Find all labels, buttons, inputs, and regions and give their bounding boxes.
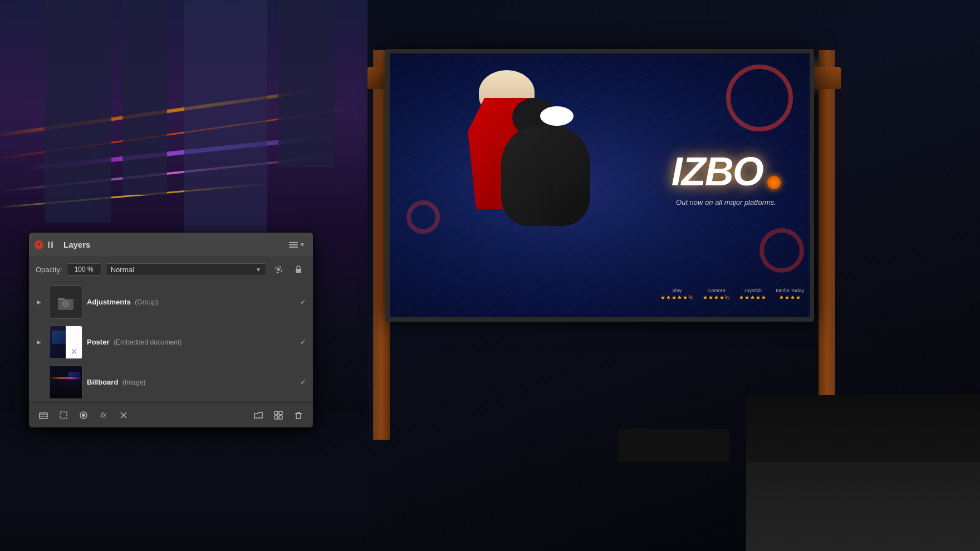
building-1 [45,0,111,223]
panel-menu-button[interactable]: ▼ [287,239,307,250]
panel-toolbar: fx [29,402,313,427]
game-characters [390,53,663,317]
new-layer-icon [38,410,48,420]
animal-character [490,98,601,254]
layer-thumb-adjustments [49,286,82,319]
selection-rect-icon [58,410,68,420]
panel-title: Layers [63,240,287,249]
layer-visibility-billboard[interactable]: ✓ [297,377,308,388]
svg-rect-9 [60,412,67,419]
svg-rect-6 [40,413,47,419]
layer-row-billboard[interactable]: ▶ Billboard (Image) ✓ [29,362,313,402]
panel-pause-button[interactable] [48,241,57,249]
street-ground [0,412,390,551]
game-tagline: Out now on all major platforms. [676,198,776,206]
grid-button[interactable] [270,406,287,424]
svg-point-11 [82,414,85,417]
panel-titlebar: × Layers ▼ [29,233,313,257]
menu-line-1 [289,242,298,243]
rating-media: Media Today ★★★★ [776,288,804,301]
panel-close-button[interactable]: × [35,240,43,249]
layer-name-bold-billboard: Billboard [87,378,118,386]
folder-button[interactable] [249,406,267,424]
layer-name-bold-poster: Poster [87,338,109,346]
menu-line-2 [289,244,298,245]
game-logo: IZBO [672,151,781,191]
animal-mask [540,106,574,126]
pavement [746,462,980,551]
selection-rect-button[interactable] [55,406,72,424]
layer-name-adjustments: Adjustments (Group) [87,298,293,306]
trash-button[interactable] [290,406,307,424]
thumb-street-scene [50,366,82,399]
billboard-stand [618,429,729,462]
game-logo-area: IZBO Out now on all major platforms. [654,81,798,276]
layer-row-adjustments[interactable]: ▶ Adjustments (Group) ✓ [29,282,313,322]
billboard-content: IZBO Out now on all major platforms. pla… [390,53,810,317]
layer-visibility-poster[interactable]: ✓ [297,337,308,348]
grid-icon [273,410,283,420]
game-title: IZBO [672,149,763,194]
folder-icon [253,410,263,420]
new-layer-button[interactable] [35,406,52,424]
svg-rect-14 [275,411,278,415]
gear-icon [274,265,283,274]
pause-bar-2 [51,242,53,248]
rating-play: play ★★★★★½ [660,288,693,301]
fx-icon: fx [101,411,106,419]
layer-name-billboard: Billboard (Image) [87,378,293,386]
svg-rect-1 [296,269,301,273]
paint-bucket-button[interactable] [75,406,92,424]
delete-layer-icon [119,410,129,420]
svg-rect-18 [296,414,301,419]
lock-icon [295,265,302,273]
svg-point-5 [65,303,67,305]
billboard-area: IZBO Out now on all major platforms. pla… [367,0,980,551]
rating-gamora: Gamora ★★★★½ [703,288,730,301]
svg-point-0 [277,268,280,271]
ratings-row: play ★★★★★½ Gamora ★★★★½ Joystick ★★★★★ … [660,288,804,301]
fx-button[interactable]: fx [95,406,112,424]
layer-thumb-poster: ✕ [49,326,82,359]
menu-line-3 [289,247,298,248]
shelter-post-right [819,50,835,440]
svg-rect-3 [58,298,65,300]
layers-panel: × Layers ▼ Opacity: 100 % Normal ▼ [29,233,313,427]
building-2 [122,0,167,195]
layer-name-bold-adjustments: Adjustments [87,298,131,306]
layer-name-poster: Poster (Embedded document) [87,338,293,346]
dropdown-arrow: ▼ [256,267,261,273]
paint-bucket-icon [79,410,89,420]
pause-bar-1 [48,242,50,248]
menu-lines [289,242,298,248]
building-4 [278,0,334,167]
delete-layer-button[interactable] [115,406,133,424]
svg-rect-17 [279,416,282,419]
layer-lock-button[interactable] [291,262,306,277]
svg-rect-15 [279,411,282,415]
layer-type-poster: (Embedded document) [114,338,182,346]
billboard-frame: IZBO Out now on all major platforms. pla… [385,49,814,322]
layer-list: ▶ Adjustments (Group) ✓ ▶ [29,282,313,402]
layer-thumb-billboard [49,366,82,399]
game-logo-circle [767,176,781,189]
menu-arrow: ▼ [300,242,305,248]
expand-arrow-poster[interactable]: ▶ [33,337,45,348]
layer-type-billboard: (Image) [122,378,145,386]
layer-row-poster[interactable]: ▶ ✕ Poster (Embedded document) ✓ [29,322,313,362]
animal-body [501,126,590,226]
opacity-row: Opacity: 100 % Normal ▼ [29,257,313,282]
blend-mode-dropdown[interactable]: Normal ▼ [106,263,266,276]
rating-joystick: Joystick ★★★★★ [739,288,767,301]
opacity-label: Opacity: [36,265,62,274]
layer-settings-button[interactable] [271,262,286,277]
thumb-x-mark: ✕ [71,347,77,356]
trash-icon [293,410,303,420]
layer-visibility-adjustments[interactable]: ✓ [297,297,308,308]
adjustments-thumb-icon [57,293,75,311]
svg-rect-16 [275,416,278,419]
opacity-input[interactable]: 100 % [67,263,101,276]
expand-arrow-adjustments[interactable]: ▶ [33,297,45,308]
thumb-city-lights [50,377,82,379]
layer-type-adjustments: (Group) [135,298,158,306]
